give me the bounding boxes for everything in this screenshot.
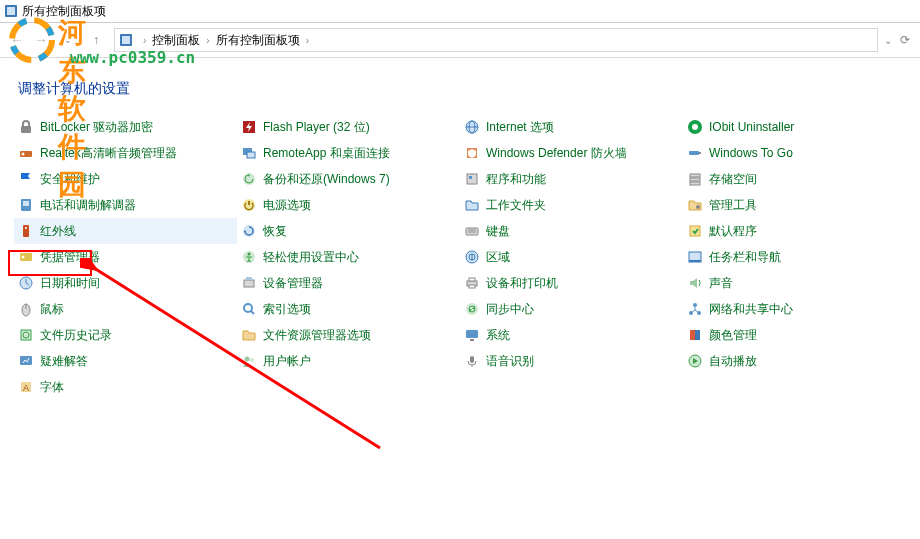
control-panel-item[interactable]: 默认程序	[683, 218, 906, 244]
control-panel-item[interactable]: 设备和打印机	[460, 270, 683, 296]
control-panel-item[interactable]: Flash Player (32 位)	[237, 114, 460, 140]
control-panel-item[interactable]: Windows To Go	[683, 140, 906, 166]
svg-point-28	[248, 253, 251, 256]
control-panel-item[interactable]: 凭据管理器	[14, 244, 237, 270]
control-panel-item[interactable]: 存储空间	[683, 166, 906, 192]
control-panel-item-label[interactable]: 自动播放	[709, 353, 757, 370]
control-panel-item[interactable]: 系统	[460, 322, 683, 348]
control-panel-item-label[interactable]: Windows Defender 防火墙	[486, 145, 627, 162]
control-panel-item-label[interactable]: 存储空间	[709, 171, 757, 188]
control-panel-item-label[interactable]: IObit Uninstaller	[709, 120, 794, 134]
control-panel-item[interactable]: IObit Uninstaller	[683, 114, 906, 140]
control-panel-item-label[interactable]: 红外线	[40, 223, 76, 240]
control-panel-item-label[interactable]: 凭据管理器	[40, 249, 100, 266]
svg-rect-1	[7, 7, 15, 15]
control-panel-item-label[interactable]: 设备管理器	[263, 275, 323, 292]
control-panel-item[interactable]: BitLocker 驱动器加密	[14, 114, 237, 140]
control-panel-item-label[interactable]: Windows To Go	[709, 146, 793, 160]
control-panel-item[interactable]: 文件资源管理器选项	[237, 322, 460, 348]
control-panel-item[interactable]: Realtek高清晰音频管理器	[14, 140, 237, 166]
forward-button[interactable]: →	[30, 29, 52, 51]
control-panel-item[interactable]: A字体	[14, 374, 237, 400]
control-panel-item[interactable]: 程序和功能	[460, 166, 683, 192]
refresh-icon[interactable]: ⌄	[884, 35, 892, 46]
up-button[interactable]: ↑	[86, 30, 106, 50]
control-panel-item-label[interactable]: 文件历史记录	[40, 327, 112, 344]
control-panel-item-label[interactable]: 索引选项	[263, 301, 311, 318]
back-button[interactable]: ←	[6, 29, 28, 51]
chevron-right-icon[interactable]: ›	[306, 35, 309, 46]
svg-rect-57	[699, 152, 701, 154]
control-panel-item-label[interactable]: 安全和维护	[40, 171, 100, 188]
control-panel-item-label[interactable]: Realtek高清晰音频管理器	[40, 145, 177, 162]
control-panel-item[interactable]: 索引选项	[237, 296, 460, 322]
breadcrumb[interactable]: › 控制面板 › 所有控制面板项 ›	[114, 28, 878, 52]
control-panel-item[interactable]: 颜色管理	[683, 322, 906, 348]
control-panel-item[interactable]: 备份和还原(Windows 7)	[237, 166, 460, 192]
breadcrumb-item-all-items[interactable]: 所有控制面板项	[216, 32, 300, 49]
control-panel-item-label[interactable]: 同步中心	[486, 301, 534, 318]
control-panel-item[interactable]: 安全和维护	[14, 166, 237, 192]
control-panel-item-label[interactable]: 鼠标	[40, 301, 64, 318]
svg-line-32	[251, 311, 254, 314]
control-panel-item[interactable]: 区域	[460, 244, 683, 270]
filehistory-icon	[18, 327, 34, 343]
control-panel-item[interactable]: 工作文件夹	[460, 192, 683, 218]
control-panel-item-label[interactable]: 恢复	[263, 223, 287, 240]
control-panel-item-label[interactable]: 默认程序	[709, 223, 757, 240]
control-panel-item[interactable]: 文件历史记录	[14, 322, 237, 348]
control-panel-item-label[interactable]: 备份和还原(Windows 7)	[263, 171, 390, 188]
control-panel-item[interactable]: 用户帐户	[237, 348, 460, 374]
control-panel-item-label[interactable]: Internet 选项	[486, 119, 554, 136]
control-panel-item[interactable]: Internet 选项	[460, 114, 683, 140]
control-panel-item-label[interactable]: 声音	[709, 275, 733, 292]
control-panel-item-label[interactable]: Flash Player (32 位)	[263, 119, 370, 136]
control-panel-item-label[interactable]: 电话和调制解调器	[40, 197, 136, 214]
control-panel-item-label[interactable]: 用户帐户	[263, 353, 311, 370]
control-panel-item-label[interactable]: 疑难解答	[40, 353, 88, 370]
control-panel-item-label[interactable]: 键盘	[486, 223, 510, 240]
control-panel-item[interactable]: 键盘	[460, 218, 683, 244]
control-panel-item[interactable]: 任务栏和导航	[683, 244, 906, 270]
control-panel-item[interactable]: 轻松使用设置中心	[237, 244, 460, 270]
control-panel-item-label[interactable]: 文件资源管理器选项	[263, 327, 371, 344]
dropdown-history-button[interactable]: ⌄	[58, 30, 78, 50]
control-panel-item[interactable]: 电话和调制解调器	[14, 192, 237, 218]
control-panel-item[interactable]: 恢复	[237, 218, 460, 244]
control-panel-item[interactable]: 红外线	[14, 218, 237, 244]
control-panel-item[interactable]: 同步中心	[460, 296, 683, 322]
control-panel-item-label[interactable]: 任务栏和导航	[709, 249, 781, 266]
control-panel-item[interactable]: 自动播放	[683, 348, 906, 374]
control-panel-item-label[interactable]: BitLocker 驱动器加密	[40, 119, 153, 136]
refresh-button[interactable]: ⟳	[900, 33, 910, 47]
control-panel-item[interactable]: 声音	[683, 270, 906, 296]
control-panel-item-label[interactable]: 日期和时间	[40, 275, 100, 292]
control-panel-item-label[interactable]: 管理工具	[709, 197, 757, 214]
control-panel-item-label[interactable]: 轻松使用设置中心	[263, 249, 359, 266]
control-panel-item-label[interactable]: 程序和功能	[486, 171, 546, 188]
control-panel-item[interactable]: 鼠标	[14, 296, 237, 322]
control-panel-item-label[interactable]: 颜色管理	[709, 327, 757, 344]
control-panel-item[interactable]: 日期和时间	[14, 270, 237, 296]
chevron-right-icon[interactable]: ›	[143, 35, 146, 46]
control-panel-item-label[interactable]: 网络和共享中心	[709, 301, 793, 318]
control-panel-item-label[interactable]: 语音识别	[486, 353, 534, 370]
control-panel-item[interactable]: 管理工具	[683, 192, 906, 218]
control-panel-item-label[interactable]: 工作文件夹	[486, 197, 546, 214]
control-panel-item[interactable]: RemoteApp 和桌面连接	[237, 140, 460, 166]
control-panel-item-label[interactable]: RemoteApp 和桌面连接	[263, 145, 390, 162]
breadcrumb-item-control-panel[interactable]: 控制面板	[152, 32, 200, 49]
control-panel-item-label[interactable]: 区域	[486, 249, 510, 266]
control-panel-item[interactable]: 设备管理器	[237, 270, 460, 296]
control-panel-item-label[interactable]: 设备和打印机	[486, 275, 558, 292]
control-panel-item-label[interactable]: 系统	[486, 327, 510, 344]
control-panel-item[interactable]: 网络和共享中心	[683, 296, 906, 322]
control-panel-item[interactable]: 疑难解答	[14, 348, 237, 374]
svg-rect-56	[689, 151, 699, 155]
control-panel-item[interactable]: 电源选项	[237, 192, 460, 218]
control-panel-item[interactable]: 语音识别	[460, 348, 683, 374]
chevron-right-icon[interactable]: ›	[206, 35, 209, 46]
control-panel-item[interactable]: Windows Defender 防火墙	[460, 140, 683, 166]
control-panel-item-label[interactable]: 电源选项	[263, 197, 311, 214]
control-panel-item-label[interactable]: 字体	[40, 379, 64, 396]
